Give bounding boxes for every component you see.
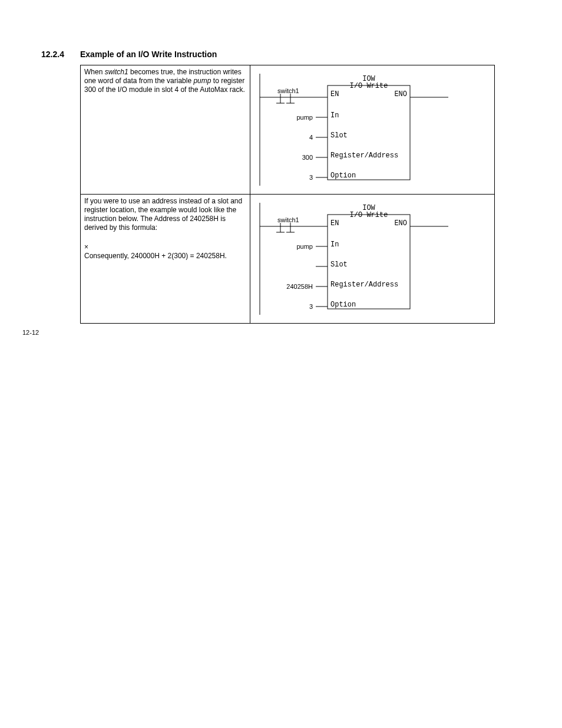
input-label: In — [330, 111, 339, 120]
description-cell: If you were to use an address instead of… — [81, 195, 250, 324]
en-label: EN — [330, 219, 339, 228]
input-value: 3 — [309, 303, 312, 310]
input-value: pump — [296, 243, 313, 250]
eno-label: ENO — [394, 219, 407, 228]
diagram-cell: switch1 IOW I/O Write EN ENO — [250, 65, 494, 195]
section-title: Example of an I/O Write Instruction — [80, 50, 217, 59]
table-row: If you were to use an address instead of… — [81, 195, 495, 324]
table-row: When switch1 becomes true, the instructi… — [81, 65, 495, 195]
input-label: Slot — [330, 131, 348, 140]
contact-label: switch1 — [277, 216, 299, 223]
input-label: Register/Address — [330, 151, 398, 160]
en-label: EN — [330, 90, 339, 98]
eno-label: ENO — [394, 90, 407, 98]
description-cell: When switch1 becomes true, the instructi… — [81, 65, 250, 195]
input-value: 240258H — [286, 283, 313, 290]
variable-name: pump — [193, 77, 211, 85]
block-subtitle: I/O Write — [349, 82, 388, 90]
example-table: When switch1 becomes true, the instructi… — [80, 65, 495, 324]
ladder-diagram: switch1 IOW I/O Write EN ENO pump In — [254, 197, 484, 315]
text: When — [84, 68, 105, 76]
section-heading: 12.2.4 Example of an I/O Write Instructi… — [41, 50, 562, 59]
input-value: 300 — [302, 154, 312, 161]
input-label: Option — [330, 172, 356, 180]
input-value: pump — [296, 114, 313, 121]
input-value: 4 — [309, 134, 312, 141]
formula-text: × — [84, 243, 246, 252]
input-label: Slot — [330, 261, 348, 269]
variable-name: switch1 — [105, 68, 128, 76]
input-label: In — [330, 241, 339, 249]
block-subtitle: I/O Write — [349, 211, 388, 219]
input-label: Option — [330, 301, 356, 309]
section-number: 12.2.4 — [41, 50, 80, 59]
text: Consequently, 240000H + 2(300) = 240258H… — [84, 252, 246, 261]
contact-label: switch1 — [277, 87, 299, 94]
text: If you were to use an address instead of… — [84, 197, 246, 232]
input-label: Register/Address — [330, 281, 398, 289]
input-value: 3 — [309, 174, 312, 181]
diagram-cell: switch1 IOW I/O Write EN ENO pump In — [250, 195, 494, 324]
page-number: 12-12 — [22, 329, 39, 336]
ladder-diagram: switch1 IOW I/O Write EN ENO — [254, 68, 484, 186]
